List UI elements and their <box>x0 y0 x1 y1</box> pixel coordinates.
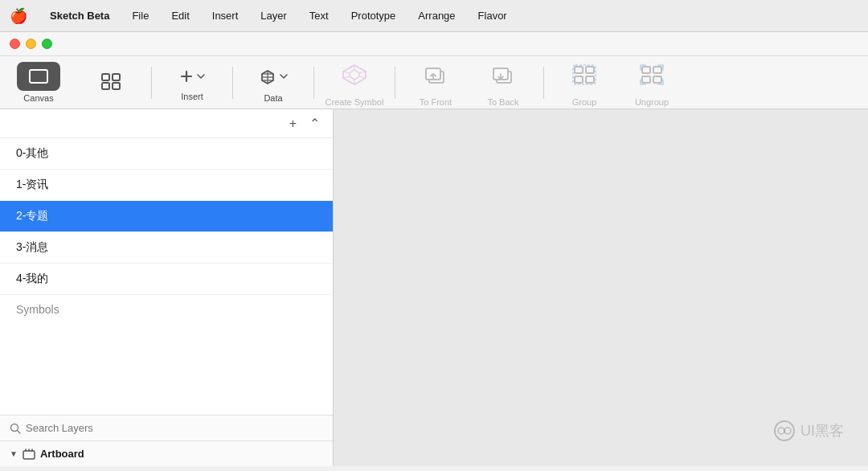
group-toolbar-item[interactable]: Group <box>552 58 616 107</box>
search-icon <box>10 423 21 434</box>
sidebar-header: + ⌃ <box>0 109 333 138</box>
data-toolbar-item[interactable]: Data <box>241 62 305 103</box>
svg-rect-2 <box>113 74 120 80</box>
collapse-button[interactable]: ⌃ <box>306 114 323 133</box>
insert-label: Insert <box>181 92 203 101</box>
create-symbol-label: Create Symbol <box>326 97 384 107</box>
watermark: UI黑客 <box>773 420 844 442</box>
close-button[interactable] <box>10 39 20 49</box>
to-back-toolbar-item[interactable]: To Back <box>471 58 535 107</box>
insert-plus-icon <box>179 69 194 84</box>
svg-point-34 <box>784 428 791 434</box>
main-content: + ⌃ 0-其他 1-资讯 2-专题 3-消息 4-我的 Symbols ▼ <box>0 109 868 466</box>
separator-5 <box>543 67 544 99</box>
window-controls <box>0 32 868 56</box>
menu-insert[interactable]: Insert <box>209 8 242 23</box>
data-icon <box>259 68 276 85</box>
ungroup-label: Ungroup <box>635 97 669 107</box>
menu-app-name[interactable]: Sketch Beta <box>47 8 113 23</box>
pages-list: 0-其他 1-资讯 2-专题 3-消息 4-我的 Symbols <box>0 138 333 415</box>
ungroup-icon <box>639 63 665 86</box>
svg-rect-22 <box>642 67 650 73</box>
pages-toolbar-item[interactable] <box>79 67 143 98</box>
to-back-label: To Back <box>487 97 518 107</box>
to-front-toolbar-item[interactable]: To Front <box>403 58 468 107</box>
add-page-button[interactable]: + <box>286 115 300 133</box>
search-input[interactable] <box>26 422 323 434</box>
to-back-icon <box>490 63 516 86</box>
page-item-0[interactable]: 0-其他 <box>0 138 333 170</box>
canvas-label: Canvas <box>23 93 53 103</box>
group-label: Group <box>572 97 597 107</box>
svg-rect-1 <box>102 74 109 80</box>
menu-file[interactable]: File <box>129 8 152 23</box>
svg-point-33 <box>778 428 784 434</box>
menu-flavor[interactable]: Flavor <box>475 8 510 23</box>
insert-toolbar-item[interactable]: Insert <box>160 63 224 101</box>
svg-line-27 <box>18 430 21 433</box>
page-item-1[interactable]: 1-资讯 <box>0 170 333 201</box>
svg-rect-23 <box>653 67 661 73</box>
svg-rect-0 <box>30 70 47 83</box>
svg-rect-4 <box>113 83 120 89</box>
group-icon <box>571 63 597 86</box>
menu-layer[interactable]: Layer <box>257 8 290 23</box>
page-item-2[interactable]: 2-专题 <box>0 201 333 232</box>
svg-rect-20 <box>586 76 594 83</box>
svg-rect-19 <box>575 76 583 83</box>
data-label: Data <box>264 93 282 103</box>
create-symbol-toolbar-item[interactable]: Create Symbol <box>322 58 387 107</box>
svg-rect-24 <box>642 76 650 83</box>
svg-rect-28 <box>23 451 35 459</box>
separator-2 <box>232 67 233 99</box>
page-item-4[interactable]: 4-我的 <box>0 264 333 295</box>
separator-4 <box>395 67 395 99</box>
insert-chevron-icon <box>197 74 205 79</box>
page-item-3[interactable]: 3-消息 <box>0 232 333 264</box>
separator-3 <box>313 67 314 99</box>
fullscreen-button[interactable] <box>42 39 52 49</box>
apple-menu[interactable]: 🍎 <box>10 7 27 25</box>
menu-bar: 🍎 Sketch Beta File Edit Insert Layer Tex… <box>0 0 868 32</box>
menu-edit[interactable]: Edit <box>168 8 192 23</box>
layers-chevron[interactable]: ▼ <box>10 449 18 458</box>
canvas-area[interactable]: UI黑客 <box>334 109 868 466</box>
menu-prototype[interactable]: Prototype <box>348 8 399 23</box>
toolbar: Canvas Insert <box>0 56 868 109</box>
layers-section: ▼ Artboard <box>0 440 333 466</box>
sidebar: + ⌃ 0-其他 1-资讯 2-专题 3-消息 4-我的 Symbols ▼ <box>0 109 334 466</box>
minimize-button[interactable] <box>26 39 36 49</box>
data-chevron-icon <box>280 74 288 79</box>
to-front-icon <box>423 63 448 86</box>
to-front-label: To Front <box>420 97 452 107</box>
menu-text[interactable]: Text <box>306 8 332 23</box>
canvas-icon <box>28 68 49 85</box>
separator-1 <box>151 67 152 99</box>
artboard-label: Artboard <box>40 448 84 460</box>
menu-arrange[interactable]: Arrange <box>415 8 458 23</box>
svg-rect-18 <box>586 67 594 73</box>
create-symbol-icon <box>342 63 367 86</box>
ungroup-toolbar-item[interactable]: Ungroup <box>620 58 684 107</box>
svg-rect-3 <box>102 83 109 89</box>
svg-rect-25 <box>653 76 661 83</box>
page-item-symbols[interactable]: Symbols <box>0 295 333 324</box>
svg-rect-21 <box>573 65 596 84</box>
pages-icon <box>100 72 121 90</box>
svg-rect-17 <box>575 67 583 73</box>
watermark-text: UI黑客 <box>800 421 844 440</box>
canvas-toolbar-item[interactable]: Canvas <box>6 62 71 103</box>
watermark-icon <box>773 420 796 442</box>
artboard-icon <box>23 448 35 460</box>
search-bar <box>0 415 333 440</box>
